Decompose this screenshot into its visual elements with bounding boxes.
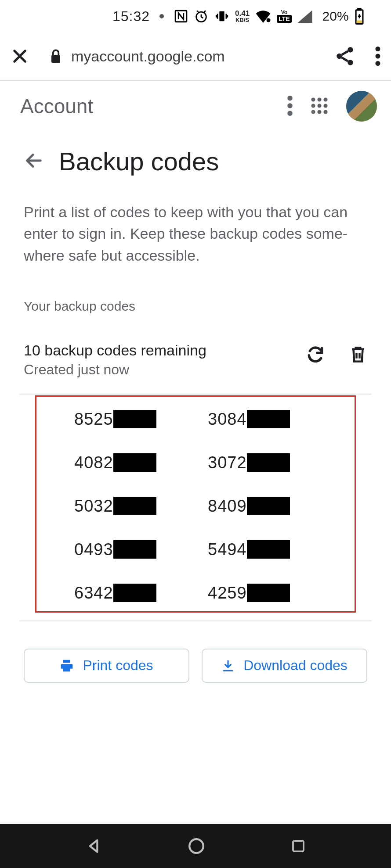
delete-codes-button[interactable] [349,344,367,366]
svg-rect-2 [219,11,224,22]
print-codes-button[interactable]: Print codes [24,649,189,683]
svg-point-13 [376,61,380,66]
download-codes-label: Download codes [243,657,348,674]
svg-rect-7 [51,55,60,63]
svg-point-22 [323,104,327,108]
code-visible-part: 8525 [74,410,113,429]
backup-code-item: 5494 [203,540,341,559]
nav-back-button[interactable] [85,837,102,855]
svg-rect-5 [358,9,360,10]
svg-point-26 [189,839,203,853]
lte-badge: LTE [277,15,291,23]
backup-code-item: 4259 [203,584,341,603]
code-redacted-part [247,540,290,559]
codes-status-row: 10 backup codes remaining Created just n… [24,342,367,378]
divider [19,621,372,621]
alarm-icon [194,9,209,24]
browser-toolbar: myaccount.google.com [0,32,391,81]
lock-icon [49,48,62,64]
code-visible-part: 5032 [74,497,113,516]
codes-grid: 8525 3084 4082 3072 5032 8409 0493 5494 … [50,410,341,603]
page-title: Backup codes [59,147,219,176]
code-redacted-part [113,453,156,472]
network-speed-unit: KB/S [235,17,249,23]
battery-percentage: 20% [322,9,349,24]
backup-code-item: 3072 [203,453,341,472]
share-button[interactable] [334,45,356,67]
svg-point-3 [267,18,271,22]
svg-point-20 [311,104,315,108]
backup-code-item: 8525 [50,410,188,429]
svg-point-14 [287,96,293,101]
kebab-menu-icon [375,47,380,66]
network-speed-indicator: 0.41 KB/S [235,10,250,23]
google-apps-button[interactable] [310,97,329,116]
android-navigation-bar [0,824,391,868]
back-button[interactable] [24,151,44,172]
backup-code-item: 6342 [50,584,188,603]
square-recents-icon [290,838,306,854]
share-icon [334,45,356,67]
profile-avatar[interactable] [346,91,377,122]
account-header: Account [0,81,391,132]
code-redacted-part [113,497,156,515]
close-icon [11,47,29,65]
action-buttons-row: Print codes Download codes [24,649,367,683]
svg-point-23 [311,110,315,114]
svg-point-25 [323,110,327,114]
code-visible-part: 3072 [208,453,247,472]
code-visible-part: 6342 [74,584,113,603]
code-redacted-part [247,584,290,602]
signal-icon [297,10,313,23]
backup-code-item: 5032 [50,497,188,516]
page-description: Print a list of codes to keep with you t… [24,201,367,266]
regenerate-codes-button[interactable] [306,344,325,366]
svg-point-24 [317,110,321,114]
svg-point-10 [348,60,353,65]
nav-recents-button[interactable] [290,838,306,854]
code-visible-part: 4259 [208,584,247,603]
svg-point-15 [287,103,293,108]
svg-point-11 [376,47,380,51]
print-icon [60,659,74,673]
refresh-icon [306,345,325,364]
vibrate-icon [214,9,230,24]
download-codes-button[interactable]: Download codes [202,649,367,683]
code-redacted-part [247,410,290,428]
apps-grid-icon [310,97,329,115]
code-redacted-part [247,497,290,515]
account-options-button[interactable] [287,96,293,117]
battery-icon [354,8,365,25]
svg-point-18 [317,97,321,101]
trash-icon [349,344,367,365]
code-visible-part: 3084 [208,410,247,429]
codes-created-text: Created just now [24,362,306,378]
backup-code-item: 8409 [203,497,341,516]
android-status-bar: 15:32 0.41 KB/S Vo LTE [0,0,391,32]
svg-point-12 [376,54,380,59]
code-visible-part: 4082 [74,453,113,472]
code-visible-part: 8409 [208,497,247,516]
volte-top: Vo [281,10,287,15]
volte-indicator: Vo LTE [277,10,291,23]
code-visible-part: 5494 [208,540,247,559]
nav-home-button[interactable] [187,837,206,855]
nfc-icon [174,9,188,24]
svg-rect-6 [356,21,362,23]
status-icons-group: 0.41 KB/S Vo LTE 20% [174,8,365,25]
code-visible-part: 0493 [74,540,113,559]
backup-code-item: 4082 [50,453,188,472]
close-tab-button[interactable] [11,47,29,65]
codes-highlight-box: 8525 3084 4082 3072 5032 8409 0493 5494 … [35,395,356,613]
browser-menu-button[interactable] [375,47,380,66]
svg-point-16 [287,111,293,116]
triangle-back-icon [85,837,102,855]
url-text[interactable]: myaccount.google.com [71,48,225,65]
page-title-row: Backup codes [24,147,367,176]
code-redacted-part [113,584,156,602]
network-speed-value: 0.41 [235,10,250,17]
status-separator-dot [159,14,164,18]
print-codes-label: Print codes [83,657,153,674]
wifi-icon [255,10,272,23]
codes-remaining-text: 10 backup codes remaining [24,342,306,359]
